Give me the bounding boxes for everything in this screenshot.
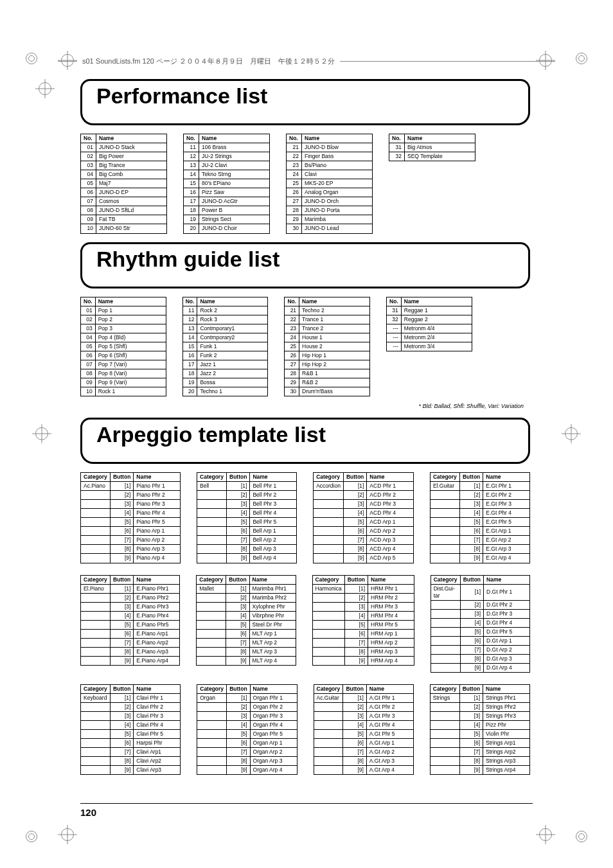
table-row: [4]Vibrphne Phr — [197, 611, 296, 620]
table-row: [8]Organ Arp 3 — [197, 757, 297, 766]
col-name: Name — [95, 297, 166, 306]
col-category: Category — [430, 473, 459, 482]
arpeggio-table: CategoryButtonNameAc.Guitar[1]A.Gt Phr 1… — [314, 684, 414, 775]
arpeggio-table: CategoryButtonNameEl.Piano[1]E.Piano Phr… — [80, 575, 180, 666]
table-row: 30Drum'n'Bass — [285, 387, 370, 396]
table-row: [6]A.Gt Arp 1 — [314, 739, 413, 748]
table-row: [2]D.Gt Phr 2 — [431, 600, 529, 609]
col-no: No. — [387, 297, 402, 306]
table-row: [5]Organ Phr 5 — [197, 730, 297, 739]
table-row: [6]D.Gt Arp 1 — [431, 636, 529, 645]
col-category: Category — [81, 685, 111, 694]
table-row: [9]E.Gt Arp 4 — [430, 554, 529, 563]
table-row: 28JUNO-D Porta — [287, 206, 373, 215]
col-no: No. — [287, 134, 302, 143]
table-row: 11Rock 2 — [182, 306, 268, 315]
table-row: 32SEQ Template — [389, 152, 475, 161]
footer-rule — [80, 803, 533, 804]
table-row: [5]E.Piano Phr5 — [81, 620, 180, 629]
table-row: [2]Organ Phr 2 — [197, 703, 297, 712]
table-row: [6]Harpsi Phr — [81, 739, 181, 748]
table-row: 21Techno 2 — [285, 306, 370, 315]
table-row: [3]Organ Phr 3 — [197, 712, 297, 721]
table-row: 02Pop 2 — [81, 315, 166, 324]
table-row: [8]ACD Arp 4 — [314, 545, 414, 554]
table-row: [9]Strings Arp4 — [430, 766, 529, 775]
col-name: Name — [299, 297, 370, 306]
printmark-icon — [576, 831, 587, 842]
table-row: Bell[1]Bell Phr 1 — [197, 482, 297, 491]
col-name: Name — [250, 685, 297, 694]
table-row: 15Funk 1 — [182, 342, 268, 351]
table-row: El.Piano[1]E.Piano Phr1 — [81, 584, 180, 593]
table-row: [5]D.Gt Phr 5 — [431, 627, 529, 636]
col-no: No. — [81, 134, 96, 143]
table-row: Ac.Guitar[1]A.Gt Phr 1 — [314, 694, 413, 703]
col-button: Button — [110, 575, 133, 584]
section-title: Arpeggio template list — [96, 422, 332, 447]
table-row: 06Pop 6 (Shfl) — [81, 351, 166, 360]
printmark-icon — [26, 831, 37, 842]
table-row: Organ[1]Organ Phr 1 — [197, 694, 297, 703]
arpeggio-table: CategoryButtonNameMallet[1]Marimba Phr1[… — [196, 575, 296, 666]
table-row: [5]ACD Arp 1 — [314, 518, 414, 527]
table-row: [4]Organ Phr 4 — [197, 721, 297, 730]
performance-table: No.Name31Big Atmos32SEQ Template — [389, 134, 475, 161]
table-row: 31Reggae 1 — [387, 306, 472, 315]
arpeggio-table: CategoryButtonNameStrings[1]Strings Phr1… — [430, 684, 530, 775]
table-row: [7]Bell Arp 2 — [197, 536, 297, 545]
col-category: Category — [81, 473, 111, 482]
col-name: Name — [367, 473, 414, 482]
table-row: [8]MLT Arp 3 — [197, 647, 296, 656]
col-button: Button — [227, 473, 250, 482]
table-row: 08JUNO-D SftLd — [81, 206, 167, 215]
table-row: ---Metronm 4/4 — [387, 324, 472, 333]
table-row: [4]ACD Phr 4 — [314, 509, 414, 518]
col-button: Button — [110, 685, 133, 694]
col-name: Name — [199, 134, 270, 143]
arpeggio-table: CategoryButtonNameEl.Guitar[1]E.Gt Phr 1… — [430, 472, 530, 563]
table-row: [9]A.Gt Arp 4 — [314, 766, 413, 775]
table-row: 23Bs/Piano — [287, 161, 373, 170]
table-row: 30JUNO-D Lead — [287, 224, 373, 233]
rhythm-table: No.Name21Techno 222Trance 123Trance 224H… — [284, 297, 370, 397]
table-row: 03Pop 3 — [81, 324, 166, 333]
col-name: Name — [250, 473, 297, 482]
crosshair-icon — [539, 828, 552, 841]
table-row: [8]E.Gt Arp 3 — [430, 545, 529, 554]
table-row: [4]Clavi Phr 4 — [81, 721, 181, 730]
table-row: [2]Strings Phr2 — [430, 703, 529, 712]
arpeggio-table: CategoryButtonNameAccordion[1]ACD Phr 1[… — [313, 472, 414, 563]
col-category: Category — [430, 685, 459, 694]
table-row: [9]ACD Arp 5 — [314, 554, 414, 563]
table-row: [2]Bell Phr 2 — [197, 491, 297, 500]
crosshair-icon — [61, 54, 74, 67]
table-row: 17JUNO-D AcGtr — [184, 197, 270, 206]
col-category: Category — [197, 473, 227, 482]
col-name: Name — [368, 575, 414, 584]
col-name: Name — [197, 297, 268, 306]
table-row: Keyboard[1]Clavi Phr 1 — [81, 694, 181, 703]
rhythm-footnote: * Bld: Ballad, Shfl: Shuffle, Vari: Vari… — [80, 403, 530, 409]
table-row: [6]Organ Arp 1 — [197, 739, 297, 748]
table-row: [7]ACD Arp 3 — [314, 536, 414, 545]
table-row: 14Tekno Strng — [184, 170, 270, 179]
table-row: 17Jazz 1 — [182, 360, 268, 369]
table-row: 27JUNO-D Orch — [287, 197, 373, 206]
table-row: Accordion[1]ACD Phr 1 — [314, 482, 414, 491]
table-row: [5]Steel Dr Phr — [197, 620, 296, 629]
col-name: Name — [483, 685, 530, 694]
table-row: [6]Piano Arp 1 — [81, 527, 181, 536]
arpeggio-table: CategoryButtonNameAc.Piano[1]Piano Phr 1… — [80, 472, 181, 563]
table-row: 1580's EPiano — [184, 179, 270, 188]
table-row: 10JUNO-60 Str — [81, 224, 167, 233]
col-name: Name — [134, 685, 181, 694]
table-row: 22Trance 1 — [285, 315, 370, 324]
table-row: 07Pop 7 (Vari) — [81, 360, 166, 369]
table-row: [5]Clavi Phr 5 — [81, 730, 181, 739]
section-title: Rhythm guide list — [96, 247, 286, 272]
table-row: 20Techno 1 — [182, 387, 268, 396]
table-row: [5]Violin Phr — [430, 730, 529, 739]
table-row: [9]HRM Arp 4 — [312, 656, 414, 665]
table-row: ---Metronm 3/4 — [387, 342, 472, 351]
